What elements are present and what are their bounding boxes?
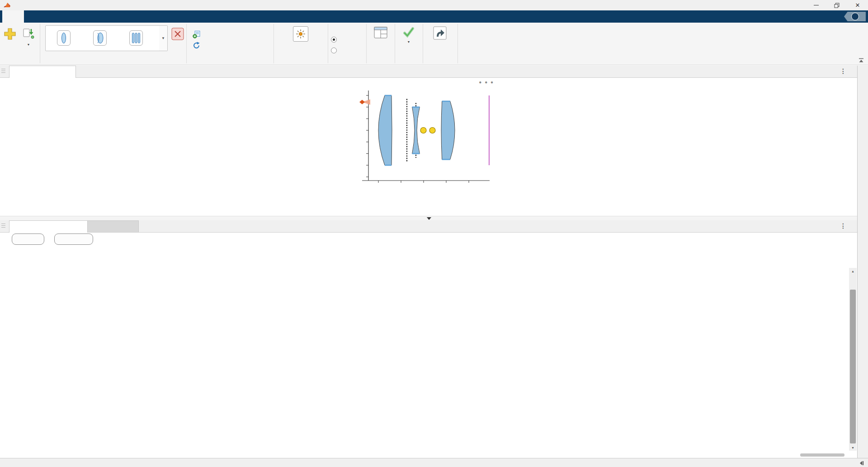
tab-optical-system-description[interactable] [9,220,88,233]
singlet-button[interactable] [46,26,82,51]
lens-2 [412,107,420,154]
export-dropdown-icon[interactable]: ▼ [407,40,410,43]
component-parameters-strip[interactable] [857,66,868,458]
collapse-all-button[interactable] [54,234,93,245]
import-button[interactable]: ▼ [20,27,37,46]
doc-bar-overflow-icon[interactable]: ⋮ [840,222,846,229]
new-plus-icon [3,27,17,42]
grip-icon[interactable] [1,69,5,74]
section-layout [366,23,395,65]
section-light-source [274,23,328,65]
status-bar [0,458,868,467]
refresh-icon [193,42,200,49]
minimize-button[interactable] [806,0,826,10]
doublet-button[interactable] [82,26,118,51]
keyboard-shortcuts-icon [433,26,447,40]
triplet-button[interactable] [118,26,154,51]
scroll-down-icon[interactable]: ▼ [849,444,857,451]
ribbon-toolbar: ▼ [0,23,868,65]
component-gallery [45,25,160,51]
refresh-glass-library-button[interactable] [193,42,203,49]
minimize-icon [814,5,819,6]
optical-system-designer-window: ✕ ▼ [0,0,868,467]
close-button[interactable]: ✕ [847,0,868,10]
delete-button[interactable] [169,27,186,42]
radio-3d-icon [331,48,337,53]
scrollbar-thumb[interactable] [850,290,856,443]
light-source-icon [293,26,308,42]
tab-analysis[interactable] [46,10,67,23]
add-catalog-icon [193,30,201,38]
doc-bar-overflow-icon[interactable]: ⋮ [840,67,846,75]
field-angle-marker [359,100,365,105]
tab-diagnostic-viewer[interactable] [87,220,139,232]
display-doc-bar: ⋮ [0,66,857,78]
section-export: ▼ [395,23,423,65]
light-source-point [420,128,426,133]
restore-icon [834,3,840,8]
section-view [328,23,366,65]
section-resources [423,23,458,65]
radio-3d[interactable] [331,48,340,53]
import-dropdown-icon[interactable]: ▼ [27,43,30,46]
scroll-up-icon[interactable]: ▲ [849,268,857,274]
section-file: ▼ [0,23,40,65]
add-catalog-button[interactable] [193,30,204,38]
singlet-lens-icon [57,30,71,46]
layout-grid-icon [374,26,387,39]
table-vertical-scrollbar[interactable]: ▲ ▼ [849,268,857,451]
section-components: ▼ [40,23,186,65]
question-icon [851,13,859,20]
lens-3 [441,101,455,160]
axes-toolbar-icon[interactable]: ● ● ● [479,80,494,85]
dock-panel-icon[interactable] [859,460,864,467]
default-layout-button[interactable] [371,26,391,45]
section-materials [186,23,274,65]
doublet-lens-icon [93,30,107,46]
radio-2d-icon [331,37,337,43]
light-source-button[interactable] [286,26,315,43]
delete-icon [171,27,184,41]
export-button[interactable]: ▼ [400,26,418,43]
keyboard-shortcuts-button[interactable] [426,26,453,46]
grip-icon[interactable] [1,224,5,229]
lens-diagram-svg [350,83,500,212]
gallery-dropdown-button[interactable]: ▼ [159,25,168,51]
splitter-arrow-icon[interactable] [427,217,431,220]
optical-system-plot[interactable]: ● ● ● [350,80,504,215]
tab-optical-system-display[interactable] [9,66,76,78]
import-icon [22,27,35,42]
new-button[interactable] [2,27,18,43]
collapse-ribbon-icon[interactable] [858,57,864,65]
radio-2d[interactable] [331,37,340,43]
table-horizontal-scrollbar-thumb[interactable] [800,453,844,457]
help-button[interactable] [844,12,866,21]
tab-design[interactable] [24,10,46,23]
expand-all-button[interactable] [12,234,44,245]
light-source-point [429,128,435,133]
export-check-icon [402,26,415,39]
tab-optical-system[interactable] [2,10,24,23]
title-bar: ✕ [0,0,868,10]
description-doc-bar: ⋮ [0,220,857,233]
triplet-lens-icon [129,30,143,46]
ribbon-tab-bar [0,10,868,23]
lens-1 [378,95,392,165]
matlab-logo-icon [4,2,10,9]
restore-button[interactable] [826,0,847,10]
